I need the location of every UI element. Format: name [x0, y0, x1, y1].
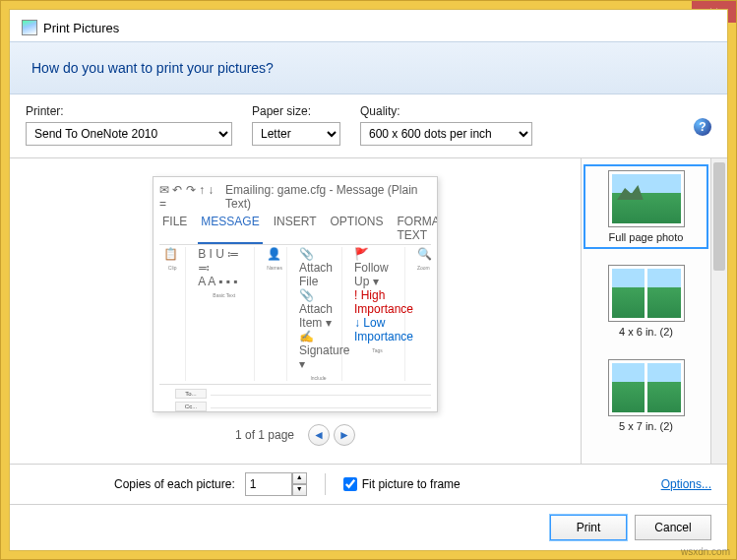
pager: 1 of 1 page ◄ ►: [235, 424, 355, 446]
preview-tab-options: OPTIONS: [328, 213, 387, 244]
preview-tab-insert: INSERT: [271, 213, 320, 244]
help-icon[interactable]: ?: [694, 118, 711, 136]
paper-label: Paper size:: [252, 104, 340, 118]
layout-4x6[interactable]: 4 x 6 in. (2): [585, 261, 706, 342]
pictures-icon: [22, 20, 37, 35]
preview-tab-file: FILE: [159, 213, 190, 244]
print-pictures-window: ✕ Print Pictures How do you want to prin…: [0, 0, 737, 560]
prompt-text: How do you want to print your pictures?: [10, 41, 727, 94]
print-button[interactable]: Print: [550, 515, 627, 540]
fit-to-frame-checkbox[interactable]: [343, 477, 357, 491]
preview-tab-format: FORMAT TEXT: [395, 213, 438, 244]
copies-up-button[interactable]: ▲: [292, 472, 307, 484]
watermark: wsxdn.com: [681, 546, 730, 557]
layout-pane: Full page photo 4 x 6 in. (2) 5 x 7 in. …: [581, 158, 710, 464]
preview-page: ✉ ↶ ↷ ↑ ↓ = Emailing: game.cfg - Message…: [153, 176, 438, 412]
copies-spinner: ▲ ▼: [245, 472, 307, 496]
fit-to-frame-label: Fit picture to frame: [362, 477, 461, 491]
dialog-button-row: Print Cancel: [10, 504, 727, 550]
layout-scrollbar[interactable]: [710, 158, 727, 464]
copies-input[interactable]: [245, 472, 292, 496]
preview-pane: ✉ ↶ ↷ ↑ ↓ = Emailing: game.cfg - Message…: [10, 158, 581, 464]
scrollbar-thumb[interactable]: [713, 162, 725, 271]
next-page-button[interactable]: ►: [334, 424, 355, 446]
printer-label: Printer:: [26, 104, 232, 118]
fit-to-frame-row[interactable]: Fit picture to frame: [343, 477, 461, 491]
paper-size-select[interactable]: Letter: [252, 122, 340, 146]
layout-full-page[interactable]: Full page photo: [585, 166, 706, 247]
client-area: Print Pictures How do you want to print …: [9, 9, 728, 551]
prev-page-button[interactable]: ◄: [308, 424, 330, 446]
layout-5x7[interactable]: 5 x 7 in. (2): [585, 355, 706, 436]
divider: [325, 473, 326, 495]
copies-down-button[interactable]: ▼: [292, 484, 307, 496]
dialog-title: Print Pictures: [43, 21, 119, 35]
print-options-row: Printer: Send To OneNote 2010 Paper size…: [10, 94, 727, 157]
preview-tab-message: MESSAGE: [198, 213, 262, 244]
quality-select[interactable]: 600 x 600 dots per inch: [360, 122, 532, 146]
options-link[interactable]: Options...: [661, 477, 711, 491]
page-indicator: 1 of 1 page: [235, 428, 294, 442]
main-area: ✉ ↶ ↷ ↑ ↓ = Emailing: game.cfg - Message…: [10, 157, 727, 464]
quality-label: Quality:: [360, 104, 532, 118]
dialog-title-row: Print Pictures: [10, 10, 727, 41]
bottom-options-row: Copies of each picture: ▲ ▼ Fit picture …: [10, 464, 727, 504]
printer-select[interactable]: Send To OneNote 2010: [26, 122, 232, 146]
cancel-button[interactable]: Cancel: [635, 515, 711, 540]
copies-label: Copies of each picture:: [114, 477, 235, 491]
